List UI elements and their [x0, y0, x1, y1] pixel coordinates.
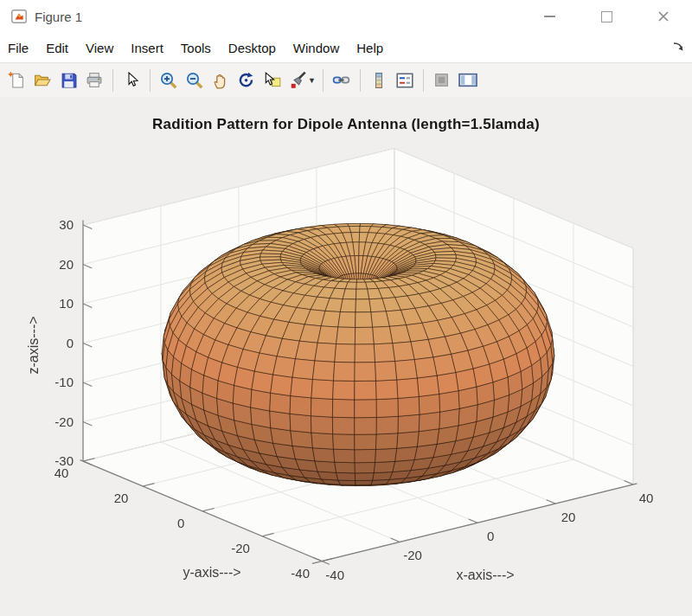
pan-hand-icon [211, 71, 230, 90]
data-cursor-icon [263, 71, 282, 90]
toolbar-separator [360, 69, 361, 92]
menu-bar: File Edit View Insert Tools Desktop Wind… [0, 33, 692, 63]
menu-file[interactable]: File [0, 34, 37, 62]
dock-figure-arrow-icon[interactable] [672, 41, 685, 56]
edit-plot-cursor-icon [123, 71, 140, 89]
y-axis-label: y-axis---> [156, 565, 268, 581]
plot-title: Radition Pattern for Dipole Antenna (len… [0, 116, 692, 133]
toolbar-separator [150, 69, 151, 92]
close-button[interactable] [635, 0, 692, 33]
toolbar-separator [112, 69, 113, 92]
link-plot-button[interactable] [330, 68, 353, 93]
data-cursor-button[interactable] [261, 68, 284, 93]
insert-colorbar-icon [370, 71, 388, 90]
brush-icon [289, 71, 308, 90]
menu-insert[interactable]: Insert [122, 34, 172, 62]
toolbar-separator [323, 69, 324, 92]
edit-plot-button[interactable] [120, 68, 143, 93]
plot-canvas[interactable] [0, 97, 692, 616]
print-icon [85, 71, 104, 89]
insert-colorbar-button[interactable] [368, 68, 390, 93]
menu-tools[interactable]: Tools [172, 34, 220, 62]
brush-data-button[interactable] [287, 68, 310, 93]
zoom-in-icon [159, 71, 178, 90]
print-figure-button[interactable] [83, 68, 106, 93]
maximize-button[interactable] [578, 0, 635, 33]
close-icon [657, 10, 670, 22]
x-axis-label: x-axis---> [429, 568, 541, 583]
pan-button[interactable] [209, 68, 232, 93]
window-titlebar: Figure 1 [0, 0, 692, 33]
link-plot-icon [331, 71, 351, 89]
insert-legend-button[interactable] [394, 68, 416, 93]
menu-window[interactable]: Window [285, 34, 348, 62]
menu-view[interactable]: View [77, 34, 122, 62]
open-file-button[interactable] [31, 68, 54, 93]
rotate-3d-button[interactable] [235, 68, 258, 93]
open-file-icon [33, 71, 52, 89]
window-title: Figure 1 [35, 10, 82, 24]
rotate-3d-icon [237, 71, 256, 90]
toolbar-separator [423, 69, 424, 92]
maximize-icon [601, 11, 612, 22]
menu-edit[interactable]: Edit [37, 34, 77, 62]
zoom-out-button[interactable] [183, 68, 206, 93]
minimize-icon [544, 16, 555, 17]
save-figure-button[interactable] [57, 68, 80, 93]
menu-desktop[interactable]: Desktop [220, 34, 285, 62]
menu-help[interactable]: Help [348, 34, 392, 62]
zoom-out-icon [185, 71, 204, 90]
show-plot-tools-button[interactable] [457, 68, 479, 93]
matlab-figure-icon [11, 10, 27, 23]
minimize-button[interactable] [521, 0, 578, 33]
figure-toolbar: ▼ [0, 63, 692, 98]
hide-plot-tools-icon [432, 71, 451, 89]
show-plot-tools-icon [458, 71, 478, 89]
brush-dropdown-caret[interactable]: ▼ [308, 76, 316, 85]
new-figure-icon [8, 71, 26, 89]
insert-legend-icon [395, 71, 414, 90]
figure-canvas-area: Radition Pattern for Dipole Antenna (len… [0, 97, 692, 616]
save-figure-icon [60, 71, 78, 89]
new-figure-button[interactable] [5, 68, 28, 93]
zoom-in-button[interactable] [157, 68, 180, 93]
hide-plot-tools-button[interactable] [431, 68, 453, 93]
z-axis-label: z-axis---> [26, 298, 42, 393]
